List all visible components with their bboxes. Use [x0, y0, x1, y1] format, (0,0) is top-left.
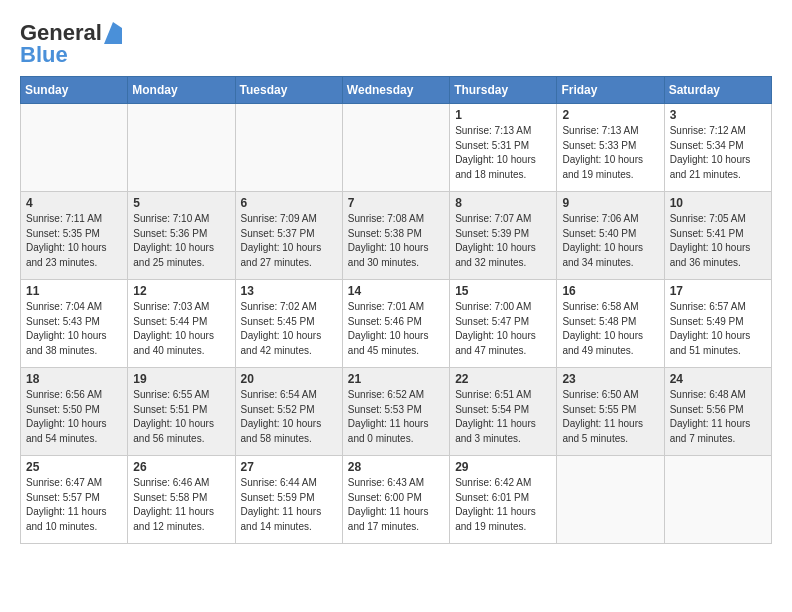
day-info: Sunrise: 6:54 AMSunset: 5:52 PMDaylight:…: [241, 388, 337, 446]
day-info: Sunrise: 6:56 AMSunset: 5:50 PMDaylight:…: [26, 388, 122, 446]
weekday-header-thursday: Thursday: [450, 77, 557, 104]
day-info: Sunrise: 7:13 AMSunset: 5:31 PMDaylight:…: [455, 124, 551, 182]
day-number: 14: [348, 284, 444, 298]
day-info: Sunrise: 7:07 AMSunset: 5:39 PMDaylight:…: [455, 212, 551, 270]
day-number: 17: [670, 284, 766, 298]
weekday-header-sunday: Sunday: [21, 77, 128, 104]
logo: General Blue: [20, 20, 122, 68]
weekday-header-wednesday: Wednesday: [342, 77, 449, 104]
weekday-header-friday: Friday: [557, 77, 664, 104]
calendar-cell: 21Sunrise: 6:52 AMSunset: 5:53 PMDayligh…: [342, 368, 449, 456]
calendar-cell: 3Sunrise: 7:12 AMSunset: 5:34 PMDaylight…: [664, 104, 771, 192]
calendar-cell: 16Sunrise: 6:58 AMSunset: 5:48 PMDayligh…: [557, 280, 664, 368]
calendar-week-row: 11Sunrise: 7:04 AMSunset: 5:43 PMDayligh…: [21, 280, 772, 368]
calendar-cell: 17Sunrise: 6:57 AMSunset: 5:49 PMDayligh…: [664, 280, 771, 368]
day-number: 15: [455, 284, 551, 298]
day-info: Sunrise: 6:50 AMSunset: 5:55 PMDaylight:…: [562, 388, 658, 446]
calendar-cell: [21, 104, 128, 192]
day-number: 24: [670, 372, 766, 386]
day-info: Sunrise: 7:05 AMSunset: 5:41 PMDaylight:…: [670, 212, 766, 270]
calendar-cell: [342, 104, 449, 192]
day-number: 21: [348, 372, 444, 386]
day-number: 9: [562, 196, 658, 210]
calendar-cell: 9Sunrise: 7:06 AMSunset: 5:40 PMDaylight…: [557, 192, 664, 280]
calendar-cell: 28Sunrise: 6:43 AMSunset: 6:00 PMDayligh…: [342, 456, 449, 544]
calendar-cell: 4Sunrise: 7:11 AMSunset: 5:35 PMDaylight…: [21, 192, 128, 280]
day-number: 25: [26, 460, 122, 474]
day-number: 4: [26, 196, 122, 210]
calendar-week-row: 25Sunrise: 6:47 AMSunset: 5:57 PMDayligh…: [21, 456, 772, 544]
day-info: Sunrise: 7:08 AMSunset: 5:38 PMDaylight:…: [348, 212, 444, 270]
day-number: 20: [241, 372, 337, 386]
day-number: 23: [562, 372, 658, 386]
calendar-cell: 5Sunrise: 7:10 AMSunset: 5:36 PMDaylight…: [128, 192, 235, 280]
calendar-table: SundayMondayTuesdayWednesdayThursdayFrid…: [20, 76, 772, 544]
calendar-week-row: 18Sunrise: 6:56 AMSunset: 5:50 PMDayligh…: [21, 368, 772, 456]
svg-marker-0: [104, 22, 122, 44]
calendar-cell: 2Sunrise: 7:13 AMSunset: 5:33 PMDaylight…: [557, 104, 664, 192]
day-number: 16: [562, 284, 658, 298]
logo-blue-text: Blue: [20, 42, 68, 68]
day-number: 11: [26, 284, 122, 298]
day-number: 28: [348, 460, 444, 474]
calendar-cell: 14Sunrise: 7:01 AMSunset: 5:46 PMDayligh…: [342, 280, 449, 368]
day-number: 3: [670, 108, 766, 122]
day-number: 22: [455, 372, 551, 386]
day-info: Sunrise: 6:52 AMSunset: 5:53 PMDaylight:…: [348, 388, 444, 446]
day-info: Sunrise: 7:02 AMSunset: 5:45 PMDaylight:…: [241, 300, 337, 358]
day-info: Sunrise: 7:11 AMSunset: 5:35 PMDaylight:…: [26, 212, 122, 270]
day-number: 10: [670, 196, 766, 210]
calendar-cell: 20Sunrise: 6:54 AMSunset: 5:52 PMDayligh…: [235, 368, 342, 456]
day-info: Sunrise: 7:03 AMSunset: 5:44 PMDaylight:…: [133, 300, 229, 358]
day-number: 12: [133, 284, 229, 298]
calendar-cell: 18Sunrise: 6:56 AMSunset: 5:50 PMDayligh…: [21, 368, 128, 456]
day-info: Sunrise: 7:12 AMSunset: 5:34 PMDaylight:…: [670, 124, 766, 182]
day-number: 29: [455, 460, 551, 474]
calendar-cell: 19Sunrise: 6:55 AMSunset: 5:51 PMDayligh…: [128, 368, 235, 456]
calendar-cell: 25Sunrise: 6:47 AMSunset: 5:57 PMDayligh…: [21, 456, 128, 544]
day-number: 27: [241, 460, 337, 474]
calendar-cell: [235, 104, 342, 192]
weekday-header-tuesday: Tuesday: [235, 77, 342, 104]
calendar-cell: [557, 456, 664, 544]
day-info: Sunrise: 7:01 AMSunset: 5:46 PMDaylight:…: [348, 300, 444, 358]
calendar-cell: 6Sunrise: 7:09 AMSunset: 5:37 PMDaylight…: [235, 192, 342, 280]
calendar-cell: 13Sunrise: 7:02 AMSunset: 5:45 PMDayligh…: [235, 280, 342, 368]
calendar-cell: 26Sunrise: 6:46 AMSunset: 5:58 PMDayligh…: [128, 456, 235, 544]
day-number: 19: [133, 372, 229, 386]
weekday-header-monday: Monday: [128, 77, 235, 104]
day-info: Sunrise: 7:09 AMSunset: 5:37 PMDaylight:…: [241, 212, 337, 270]
calendar-cell: 11Sunrise: 7:04 AMSunset: 5:43 PMDayligh…: [21, 280, 128, 368]
day-info: Sunrise: 6:51 AMSunset: 5:54 PMDaylight:…: [455, 388, 551, 446]
calendar-cell: 7Sunrise: 7:08 AMSunset: 5:38 PMDaylight…: [342, 192, 449, 280]
calendar-week-row: 4Sunrise: 7:11 AMSunset: 5:35 PMDaylight…: [21, 192, 772, 280]
calendar-cell: 22Sunrise: 6:51 AMSunset: 5:54 PMDayligh…: [450, 368, 557, 456]
day-info: Sunrise: 7:06 AMSunset: 5:40 PMDaylight:…: [562, 212, 658, 270]
calendar-cell: 29Sunrise: 6:42 AMSunset: 6:01 PMDayligh…: [450, 456, 557, 544]
logo-bird-icon: [104, 22, 122, 44]
day-info: Sunrise: 7:10 AMSunset: 5:36 PMDaylight:…: [133, 212, 229, 270]
calendar-header: SundayMondayTuesdayWednesdayThursdayFrid…: [21, 77, 772, 104]
calendar-cell: [664, 456, 771, 544]
day-info: Sunrise: 6:47 AMSunset: 5:57 PMDaylight:…: [26, 476, 122, 534]
day-info: Sunrise: 7:13 AMSunset: 5:33 PMDaylight:…: [562, 124, 658, 182]
calendar-cell: 23Sunrise: 6:50 AMSunset: 5:55 PMDayligh…: [557, 368, 664, 456]
day-info: Sunrise: 6:44 AMSunset: 5:59 PMDaylight:…: [241, 476, 337, 534]
day-number: 6: [241, 196, 337, 210]
day-info: Sunrise: 6:55 AMSunset: 5:51 PMDaylight:…: [133, 388, 229, 446]
day-info: Sunrise: 6:48 AMSunset: 5:56 PMDaylight:…: [670, 388, 766, 446]
day-info: Sunrise: 7:00 AMSunset: 5:47 PMDaylight:…: [455, 300, 551, 358]
day-number: 26: [133, 460, 229, 474]
day-number: 5: [133, 196, 229, 210]
day-info: Sunrise: 6:43 AMSunset: 6:00 PMDaylight:…: [348, 476, 444, 534]
weekday-row: SundayMondayTuesdayWednesdayThursdayFrid…: [21, 77, 772, 104]
day-number: 1: [455, 108, 551, 122]
day-info: Sunrise: 7:04 AMSunset: 5:43 PMDaylight:…: [26, 300, 122, 358]
day-info: Sunrise: 6:46 AMSunset: 5:58 PMDaylight:…: [133, 476, 229, 534]
day-info: Sunrise: 6:58 AMSunset: 5:48 PMDaylight:…: [562, 300, 658, 358]
calendar-week-row: 1Sunrise: 7:13 AMSunset: 5:31 PMDaylight…: [21, 104, 772, 192]
day-number: 13: [241, 284, 337, 298]
day-number: 2: [562, 108, 658, 122]
day-number: 7: [348, 196, 444, 210]
weekday-header-saturday: Saturday: [664, 77, 771, 104]
